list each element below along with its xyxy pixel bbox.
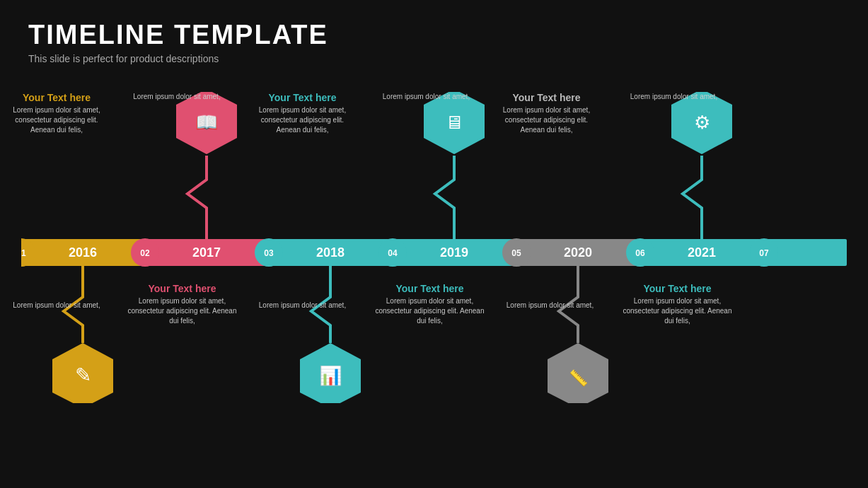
item-4-bot-text: Your Text here Lorem ipsum dolor sit ame… <box>375 283 485 326</box>
item-2-top-body: Lorem ipsum dolor sit amet, <box>127 92 226 102</box>
svg-text:2020: 2020 <box>564 245 592 260</box>
svg-text:📖: 📖 <box>195 111 219 134</box>
svg-text:05: 05 <box>511 248 521 258</box>
item-1-top-body: Lorem ipsum dolor sit amet, consectetur … <box>7 105 106 135</box>
item-4-heading: Your Text here <box>375 283 485 294</box>
item-6-bot-body: Lorem ipsum dolor sit amet, consectetur … <box>623 296 732 326</box>
item-6-heading: Your Text here <box>623 283 732 294</box>
slide: TIMELINE TEMPLATE This slide is perfect … <box>0 0 868 488</box>
svg-text:02: 02 <box>140 248 150 258</box>
item-3-bot-text: Lorem ipsum dolor sit amet, <box>251 301 354 310</box>
item-1-top-text: Your Text here Lorem ipsum dolor sit ame… <box>7 92 106 135</box>
svg-text:03: 03 <box>264 248 274 258</box>
svg-text:2019: 2019 <box>440 245 468 260</box>
item-2-heading: Your Text here <box>127 283 237 294</box>
svg-text:04: 04 <box>388 248 398 258</box>
svg-text:🖥: 🖥 <box>445 112 463 133</box>
svg-text:📏: 📏 <box>569 368 589 388</box>
item-2-top-text: Lorem ipsum dolor sit amet, <box>127 92 226 102</box>
page-title: TIMELINE TEMPLATE <box>28 20 328 50</box>
svg-text:01: 01 <box>21 248 26 258</box>
item-5-top-body: Lorem ipsum dolor sit amet, consectetur … <box>495 105 598 135</box>
item-1-heading: Your Text here <box>7 92 106 103</box>
item-2-bot-body: Lorem ipsum dolor sit amet, consectetur … <box>127 296 237 326</box>
item-1-bot-body: Lorem ipsum dolor sit amet, <box>7 301 106 310</box>
svg-text:2017: 2017 <box>192 245 221 260</box>
svg-text:07: 07 <box>759 248 769 258</box>
svg-text:📊: 📊 <box>319 364 342 387</box>
svg-text:2018: 2018 <box>316 245 345 260</box>
item-1-bot-text: Lorem ipsum dolor sit amet, <box>7 301 106 310</box>
item-2-bot-text: Your Text here Lorem ipsum dolor sit ame… <box>127 283 237 326</box>
item-4-top-body: Lorem ipsum dolor sit amet, <box>375 92 478 102</box>
item-4-top-text: Lorem ipsum dolor sit amet, <box>375 92 478 102</box>
header: TIMELINE TEMPLATE This slide is perfect … <box>28 20 328 64</box>
page-subtitle: This slide is perfect for product descri… <box>28 53 328 64</box>
svg-text:✎: ✎ <box>75 364 91 386</box>
item-5-bot-body: Lorem ipsum dolor sit amet, <box>499 301 601 310</box>
item-3-top-text: Your Text here Lorem ipsum dolor sit ame… <box>251 92 354 135</box>
item-3-bot-body: Lorem ipsum dolor sit amet, <box>251 301 354 310</box>
item-3-heading: Your Text here <box>251 92 354 103</box>
svg-text:2016: 2016 <box>69 245 97 260</box>
item-5-bot-text: Lorem ipsum dolor sit amet, <box>499 301 601 310</box>
item-3-top-body: Lorem ipsum dolor sit amet, consectetur … <box>251 105 354 135</box>
item-4-bot-body: Lorem ipsum dolor sit amet, consectetur … <box>375 296 485 326</box>
timeline: 2016 2017 2018 2019 2020 2021 01 02 03 0… <box>0 92 868 403</box>
svg-text:⚙: ⚙ <box>694 112 710 133</box>
item-5-top-text: Your Text here Lorem ipsum dolor sit ame… <box>495 92 598 135</box>
item-6-top-text: Lorem ipsum dolor sit amet, <box>623 92 725 102</box>
svg-text:2021: 2021 <box>688 245 716 260</box>
svg-text:06: 06 <box>635 248 645 258</box>
item-6-bot-text: Your Text here Lorem ipsum dolor sit ame… <box>623 283 732 326</box>
timeline-svg: 2016 2017 2018 2019 2020 2021 01 02 03 0… <box>21 92 847 403</box>
item-6-top-body: Lorem ipsum dolor sit amet, <box>623 92 725 102</box>
item-5-heading: Your Text here <box>495 92 598 103</box>
